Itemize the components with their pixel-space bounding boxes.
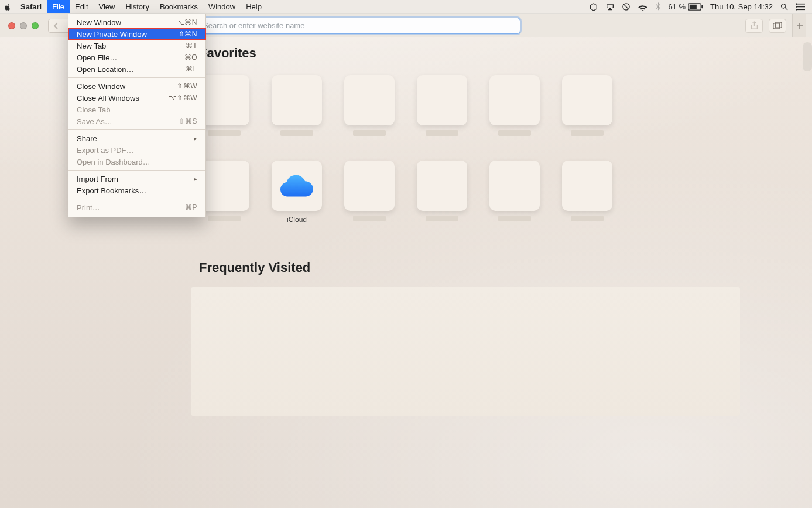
menubar-item-view[interactable]: View: [94, 0, 121, 13]
menu-item-label: Open File…: [77, 53, 117, 62]
window-zoom-button[interactable]: [32, 22, 39, 29]
back-button[interactable]: [48, 19, 64, 33]
menu-item-shortcut: ⌘T: [186, 42, 197, 50]
favorite-caption: [353, 130, 386, 138]
menubar-item-file[interactable]: File: [47, 0, 70, 13]
chevron-left-icon: [53, 22, 59, 29]
favorite-item[interactable]: [344, 161, 395, 224]
window-close-button[interactable]: [8, 22, 15, 29]
file-menu-save-as: Save As…⇧⌘S: [68, 115, 205, 127]
bluetooth-icon[interactable]: [655, 2, 661, 11]
svg-line-6: [785, 8, 787, 10]
tabs-icon: [773, 22, 782, 29]
menu-item-label: New Tab: [77, 42, 106, 50]
show-all-tabs-button[interactable]: [769, 19, 786, 33]
favorite-item[interactable]: [562, 161, 612, 224]
plus-icon: [796, 22, 803, 29]
favorite-item[interactable]: [344, 75, 395, 138]
file-menu-open-file[interactable]: Open File…⌘O: [68, 52, 205, 63]
favorite-tile: [344, 161, 395, 211]
file-menu-share[interactable]: Share: [68, 132, 205, 144]
menu-item-label: New Window: [77, 18, 121, 27]
favorite-tile: [562, 75, 612, 125]
menu-separator: [68, 170, 205, 171]
menu-item-shortcut: ⌥⇧⌘W: [169, 94, 197, 102]
favorite-caption: [571, 130, 604, 138]
new-tab-button[interactable]: [792, 14, 806, 37]
favorite-caption: [208, 130, 241, 138]
airplay-icon[interactable]: [605, 3, 615, 11]
svg-rect-4: [690, 5, 697, 9]
address-search-field[interactable]: [186, 18, 520, 33]
file-menu-print: Print…⌘P: [68, 202, 205, 213]
favorite-tile: [199, 161, 249, 211]
file-menu-dropdown: New Window⌥⌘NNew Private Window⇧⌘NNew Ta…: [68, 14, 206, 217]
favorite-item[interactable]: [489, 75, 540, 138]
favorite-tile: [417, 75, 467, 125]
notification-center-icon[interactable]: [796, 3, 805, 11]
menubar-item-history[interactable]: History: [120, 0, 154, 13]
wifi-icon[interactable]: [638, 3, 648, 11]
window-traffic-lights: [8, 22, 39, 29]
menubar-app-name[interactable]: Safari: [15, 0, 47, 13]
menubar-item-help[interactable]: Help: [241, 0, 267, 13]
menu-item-shortcut: ⇧⌘N: [179, 30, 197, 38]
apple-menu[interactable]: [0, 3, 15, 11]
menu-item-label: Import From: [77, 175, 118, 183]
battery-status[interactable]: 61 %: [668, 2, 703, 11]
favorite-item[interactable]: [489, 161, 540, 224]
favorite-tile: [489, 75, 540, 125]
share-button[interactable]: [745, 19, 763, 33]
menu-item-label: Print…: [77, 203, 100, 212]
menu-item-shortcut: ⌘L: [186, 65, 197, 73]
menu-item-label: Close Tab: [77, 105, 111, 114]
menubar-item-bookmarks[interactable]: Bookmarks: [155, 0, 203, 13]
favorites-heading: Favorites: [199, 46, 812, 61]
file-menu-new-private-window[interactable]: New Private Window⇧⌘N: [68, 28, 205, 40]
menu-item-label: Export Bookmarks…: [77, 186, 146, 195]
favorite-tile: [417, 161, 467, 211]
share-icon: [751, 21, 758, 30]
favorite-item[interactable]: [562, 75, 612, 138]
favorite-item[interactable]: [199, 75, 249, 138]
file-menu-close-tab: Close Tab: [68, 104, 205, 115]
menu-item-label: New Private Window: [77, 30, 147, 39]
menu-item-shortcut: ⌘P: [185, 203, 197, 212]
menubar-clock[interactable]: Thu 10. Sep 14:32: [710, 2, 773, 11]
icloud-icon: [280, 175, 313, 197]
menu-separator: [68, 199, 205, 199]
do-not-disturb-icon[interactable]: [622, 2, 631, 11]
window-minimize-button[interactable]: [20, 22, 27, 29]
favorite-item[interactable]: [272, 75, 322, 138]
favorite-tile: [489, 161, 540, 211]
file-menu-new-window[interactable]: New Window⌥⌘N: [68, 16, 205, 28]
address-search-input[interactable]: [202, 21, 515, 30]
scrollbar-thumb[interactable]: [803, 42, 812, 71]
favorite-item[interactable]: [417, 75, 467, 138]
favorite-caption: [426, 130, 458, 138]
file-menu-close-all-windows[interactable]: Close All Windows⌥⇧⌘W: [68, 92, 205, 104]
file-menu-close-window[interactable]: Close Window⇧⌘W: [68, 80, 205, 92]
file-menu-new-tab[interactable]: New Tab⌘T: [68, 40, 205, 52]
menu-item-shortcut: ⌘O: [184, 53, 197, 62]
svg-point-12: [796, 9, 797, 10]
menubar-item-window[interactable]: Window: [203, 0, 241, 13]
system-status-icon-1[interactable]: [589, 2, 598, 12]
menu-item-label: Save As…: [77, 117, 112, 126]
file-menu-export-bookmarks[interactable]: Export Bookmarks…: [68, 185, 205, 196]
favorite-item-icloud[interactable]: iCloud: [272, 161, 322, 224]
file-menu-import-from[interactable]: Import From: [68, 173, 205, 185]
menu-separator: [68, 77, 205, 78]
battery-icon: [688, 3, 703, 11]
favorites-grid: iCloud: [199, 75, 679, 224]
favorite-item[interactable]: [199, 161, 249, 224]
favorite-caption: [353, 216, 386, 224]
menu-item-label: Close Window: [77, 82, 125, 91]
favorite-tile: [272, 75, 322, 125]
file-menu-open-location[interactable]: Open Location…⌘L: [68, 63, 205, 75]
menubar-item-edit[interactable]: Edit: [70, 0, 93, 13]
menu-item-label: Open Location…: [77, 65, 134, 74]
menu-separator: [68, 129, 205, 130]
favorite-item[interactable]: [417, 161, 467, 224]
spotlight-icon[interactable]: [780, 2, 789, 11]
